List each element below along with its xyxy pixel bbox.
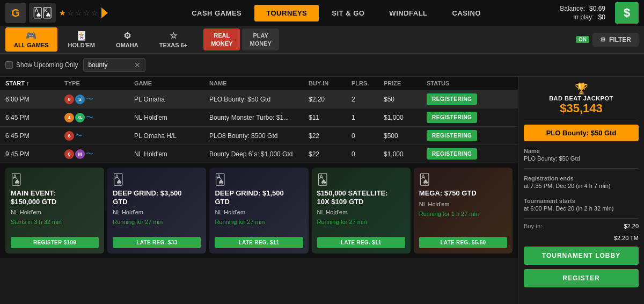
- cell-prize-1: $1,000: [384, 114, 427, 121]
- buyin-row: Buy-in: $2.20: [524, 223, 639, 229]
- cell-players-1: 1: [352, 114, 384, 121]
- play-money-btn[interactable]: PLAY MONEY: [242, 28, 279, 50]
- registering-btn-3[interactable]: REGISTERING: [427, 148, 477, 160]
- col-game[interactable]: GAME: [134, 80, 209, 86]
- registering-btn-2[interactable]: REGISTERING: [427, 130, 477, 141]
- main-content: START ↑ TYPE GAME NAME BUY-IN PLRS. PRIZ…: [0, 77, 644, 304]
- register-button[interactable]: REGISTER: [524, 269, 639, 287]
- col-buyin[interactable]: BUY-IN: [309, 80, 352, 86]
- cell-game-3: NL Hold'em: [134, 150, 209, 158]
- badge-wave: 〜: [86, 113, 93, 122]
- promo-btn-4[interactable]: LATE REG. $5.50: [419, 237, 507, 248]
- nav-tourneys[interactable]: TOURNEYS: [254, 5, 319, 21]
- promo-subtitle-1: NL Hold'em: [113, 209, 201, 215]
- table-row[interactable]: 6:45 PM 4 XL 〜 NL Hold'em Bounty Monster…: [0, 108, 518, 127]
- name-label: Name: [524, 148, 639, 154]
- cell-start-0: 6:00 PM: [5, 96, 64, 103]
- detail-regends-section: Registration ends at 7:35 PM, Dec 20 (in…: [524, 173, 639, 191]
- texas6-label: TEXAS 6+: [159, 42, 187, 48]
- real-money-btn[interactable]: REAL MONEY: [203, 28, 240, 50]
- subnav-all-games[interactable]: 🎮 ALL GAMES: [5, 27, 57, 52]
- registering-btn-0[interactable]: REGISTERING: [427, 93, 477, 105]
- col-prize[interactable]: PRIZE: [384, 80, 427, 86]
- col-status[interactable]: STATUS: [427, 80, 502, 86]
- jackpot-area: 🏆 BAD BEAT JACKPOT $35,143: [524, 82, 639, 120]
- filter-icon: ⚙: [600, 36, 606, 44]
- logo-cards: 🂡🂮: [29, 3, 56, 23]
- col-players[interactable]: PLRS.: [352, 80, 384, 86]
- cell-type-3: 6 M 〜: [64, 149, 134, 159]
- subnav-omaha[interactable]: ⚙ OMAHA: [106, 27, 149, 52]
- cell-type-0: 6 S 〜: [64, 95, 134, 104]
- balance-value: $0.69: [589, 5, 605, 12]
- nav-cash-games[interactable]: CASH GAMES: [180, 5, 253, 21]
- inplay-label: In play:: [573, 13, 594, 21]
- registering-btn-1[interactable]: REGISTERING: [427, 112, 477, 123]
- promo-btn-0[interactable]: REGISTER $109: [11, 237, 99, 248]
- balance-area: Balance: $0.69 In play: $0: [560, 5, 605, 21]
- col-start[interactable]: START ↑: [5, 80, 64, 86]
- all-games-label: ALL GAMES: [14, 42, 49, 48]
- balance-label: Balance:: [560, 5, 585, 12]
- promo-btn-2[interactable]: LATE REG. $11: [215, 237, 303, 248]
- search-input[interactable]: [88, 61, 131, 69]
- omaha-label: OMAHA: [116, 42, 138, 48]
- subnav-holdem[interactable]: 🃏 HOLD'EM: [60, 27, 104, 52]
- regends-label: Registration ends: [524, 175, 639, 182]
- search-box: ✕: [83, 58, 145, 72]
- filter-area: ON ⚙ FILTER: [576, 33, 639, 47]
- cell-status-2[interactable]: REGISTERING: [427, 130, 502, 141]
- clear-search-button[interactable]: ✕: [134, 61, 141, 69]
- tournament-lobby-button[interactable]: TOURNAMENT LOBBY: [524, 247, 639, 265]
- cell-status-3[interactable]: REGISTERING: [427, 148, 502, 160]
- nav-windfall[interactable]: WINDFALL: [377, 5, 439, 21]
- promo-card-0[interactable]: 🂡 MAIN EVENT:$150,000 GTD NL Hold'em Sta…: [5, 168, 104, 254]
- cell-status-0[interactable]: REGISTERING: [427, 93, 502, 105]
- promo-status-3: Running for 27 min: [317, 219, 405, 225]
- texas6-icon: ☆: [170, 31, 177, 41]
- buyin-value: $2.20: [624, 223, 639, 229]
- upcoming-checkbox-label[interactable]: Show Upcoming Only: [5, 61, 78, 69]
- cell-name-3: Bounty Deep 6´s: $1,000 Gtd: [209, 150, 309, 158]
- cell-start-3: 9:45 PM: [5, 150, 64, 158]
- promo-btn-3[interactable]: LATE REG. $11: [317, 237, 405, 248]
- nav-casino[interactable]: CASINO: [441, 5, 493, 21]
- table-row[interactable]: 6:45 PM 6 〜 PL Omaha H/L PLO8 Bounty: $5…: [0, 127, 518, 145]
- subnav-texas6[interactable]: ☆ TEXAS 6+: [151, 27, 196, 52]
- promo-card-2[interactable]: 🂡 DEEP GRIND: $1,500GTD NL Hold'em Runni…: [209, 168, 308, 254]
- nav-sit-go[interactable]: SIT & GO: [320, 5, 376, 21]
- cell-status-1[interactable]: REGISTERING: [427, 112, 502, 123]
- all-games-icon: 🎮: [26, 31, 36, 41]
- promo-subtitle-4: NL Hold'em: [419, 201, 507, 207]
- cell-buyin-0: $2.20: [309, 96, 352, 103]
- promo-card-4[interactable]: 🂡 MEGA: $750 GTD NL Hold'em Running for …: [414, 168, 513, 254]
- cell-prize-0: $50: [384, 96, 427, 103]
- promo-btn-1[interactable]: LATE REG. $33: [113, 237, 201, 248]
- promo-status-4: Running for 1 h 27 min: [419, 211, 507, 217]
- cell-start-2: 6:45 PM: [5, 132, 64, 140]
- promo-icon-4: 🂡: [419, 173, 507, 186]
- promo-card-3[interactable]: 🂡 $150,000 SATELLITE:10X $109 GTD NL Hol…: [312, 168, 411, 254]
- upcoming-checkbox[interactable]: [5, 61, 13, 69]
- table-row[interactable]: 9:45 PM 6 M 〜 NL Hold'em Bounty Deep 6´s…: [0, 145, 518, 163]
- jackpot-value: $35,143: [524, 102, 639, 115]
- cell-players-0: 2: [352, 96, 384, 103]
- filter-button[interactable]: ⚙ FILTER: [592, 33, 639, 47]
- cell-type-1: 4 XL 〜: [64, 113, 134, 122]
- promo-title-2: DEEP GRIND: $1,500GTD: [215, 189, 303, 206]
- badge-6: 6: [64, 95, 74, 104]
- promo-title-4: MEGA: $750 GTD: [419, 189, 507, 198]
- promo-icon-0: 🂡: [11, 173, 99, 186]
- buyin-tm-value: $2.20 TM: [614, 235, 639, 241]
- cell-buyin-3: $22: [309, 150, 352, 158]
- promo-icon-1: 🂡: [113, 173, 201, 186]
- right-panel: 🏆 BAD BEAT JACKPOT $35,143 PLO Bounty: $…: [518, 77, 644, 304]
- col-name[interactable]: NAME: [209, 80, 309, 86]
- promo-card-1[interactable]: 🂡 DEEP GRIND: $3,500GTD NL Hold'em Runni…: [107, 168, 206, 254]
- play-money-label: PLAY: [253, 32, 268, 39]
- deposit-button[interactable]: $: [615, 2, 639, 24]
- table-row[interactable]: 6:00 PM 6 S 〜 PL Omaha PLO Bounty: $50 G…: [0, 90, 518, 108]
- cell-players-3: 0: [352, 150, 384, 158]
- logo-icon[interactable]: G: [5, 3, 26, 23]
- col-extra: [502, 80, 513, 86]
